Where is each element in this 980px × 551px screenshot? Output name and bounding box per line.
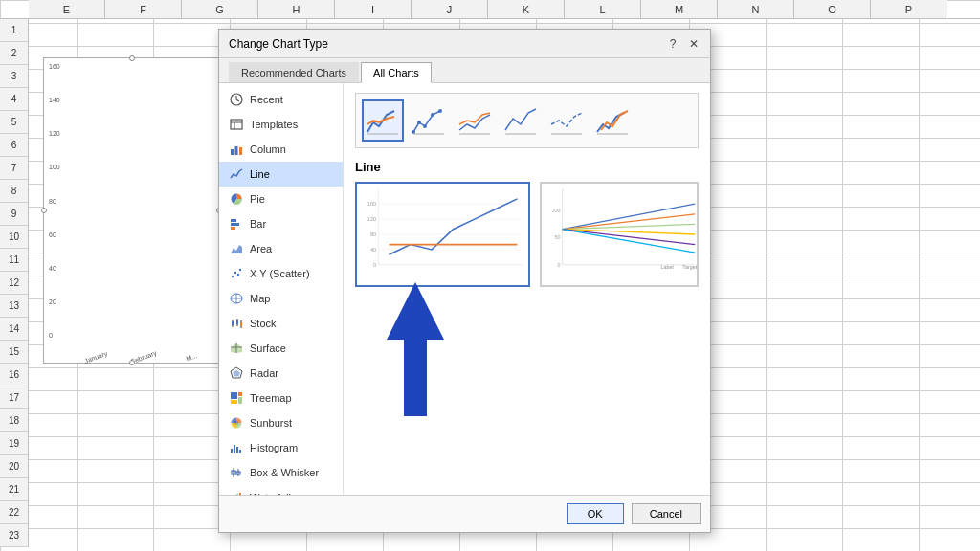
- svg-text:Label: Label: [660, 264, 673, 270]
- chart-type-item-area[interactable]: Area: [219, 236, 343, 261]
- subtype-line-markers-btn[interactable]: [408, 99, 450, 142]
- radar-icon: [229, 365, 244, 381]
- treemap-icon: [229, 390, 244, 406]
- svg-point-57: [423, 124, 427, 128]
- chart-type-item-radar[interactable]: Radar: [219, 361, 343, 386]
- scatter-icon: [229, 266, 244, 281]
- line-icon: [229, 166, 244, 182]
- subtype-line-100-btn[interactable]: [546, 99, 588, 142]
- preview-chart-title: Line: [355, 160, 699, 174]
- svg-rect-46: [236, 494, 238, 495]
- chart-type-item-bar[interactable]: Bar: [219, 211, 343, 236]
- svg-rect-38: [236, 447, 238, 453]
- svg-rect-11: [231, 227, 235, 230]
- recent-icon: [229, 92, 244, 107]
- svg-rect-6: [235, 146, 238, 155]
- svg-rect-21: [232, 321, 234, 325]
- area-icon: [229, 241, 244, 256]
- ok-button[interactable]: OK: [567, 503, 624, 524]
- svg-rect-5: [231, 149, 234, 155]
- change-chart-type-dialog: Change Chart Type ? ✕ Recommended Charts…: [218, 29, 711, 533]
- svg-text:40: 40: [370, 247, 376, 253]
- svg-rect-36: [231, 449, 233, 453]
- chart-type-list: Recent Templates Column: [219, 83, 344, 495]
- svg-rect-47: [239, 493, 241, 495]
- svg-rect-34: [231, 400, 237, 404]
- svg-text:120: 120: [368, 216, 376, 222]
- svg-rect-2: [231, 120, 242, 129]
- svg-point-58: [431, 113, 434, 117]
- svg-rect-31: [231, 392, 237, 399]
- chart-subtypes-row: [355, 93, 699, 148]
- histogram-icon: [229, 440, 244, 455]
- pie-icon: [229, 191, 244, 207]
- box-whisker-icon: [229, 465, 244, 480]
- chart-type-item-pie[interactable]: Pie: [219, 187, 343, 211]
- svg-rect-10: [231, 223, 239, 226]
- chart-type-item-stock[interactable]: Stock: [219, 311, 343, 336]
- svg-text:100: 100: [551, 208, 560, 213]
- help-button[interactable]: ?: [666, 37, 679, 51]
- close-button[interactable]: ✕: [687, 37, 701, 51]
- chart-type-item-column[interactable]: Column: [219, 137, 343, 162]
- svg-point-16: [239, 269, 241, 271]
- bar-icon: [229, 216, 244, 231]
- svg-rect-7: [239, 147, 242, 155]
- preview-chart-secondary: 0 50 100: [540, 182, 699, 287]
- svg-text:0: 0: [557, 262, 560, 268]
- tab-all-charts[interactable]: All Charts: [361, 62, 432, 83]
- dialog-title: Change Chart Type: [229, 37, 328, 51]
- svg-text:Target: Target: [682, 264, 697, 270]
- chart-type-item-surface[interactable]: Surface: [219, 336, 343, 361]
- subtype-line-btn[interactable]: [362, 99, 404, 142]
- svg-point-56: [417, 121, 421, 124]
- dialog-footer: OK Cancel: [219, 495, 710, 532]
- chart-type-item-recent[interactable]: Recent: [219, 87, 343, 112]
- chart-type-item-templates[interactable]: Templates: [219, 112, 343, 137]
- waterfall-icon: [229, 490, 244, 495]
- stock-icon: [229, 316, 244, 331]
- svg-rect-37: [234, 445, 235, 453]
- dialog-tabs: Recommended Charts All Charts: [219, 58, 710, 83]
- tab-recommended-charts[interactable]: Recommended Charts: [229, 62, 359, 82]
- svg-marker-0: [387, 282, 444, 416]
- preview-charts: 0 40 80 120 160: [355, 182, 699, 287]
- surface-icon: [229, 341, 244, 356]
- chart-type-item-sunburst[interactable]: Sunburst: [219, 410, 343, 435]
- subtype-line-stacked-btn[interactable]: [454, 99, 496, 142]
- chart-type-item-histogram[interactable]: Histogram: [219, 435, 343, 460]
- preview-chart-main: 0 40 80 120 160: [355, 182, 530, 287]
- svg-rect-32: [238, 392, 242, 396]
- cancel-button[interactable]: Cancel: [632, 503, 701, 524]
- templates-icon: [229, 117, 244, 132]
- dialog-titlebar: Change Chart Type ? ✕: [219, 30, 710, 58]
- dialog-overlay: Change Chart Type ? ✕ Recommended Charts…: [0, 0, 980, 551]
- svg-text:80: 80: [370, 231, 376, 237]
- chart-type-item-waterfall[interactable]: Waterfall: [219, 485, 343, 495]
- svg-rect-9: [231, 219, 236, 222]
- chart-type-item-line[interactable]: Line: [219, 162, 343, 187]
- svg-point-14: [234, 272, 236, 274]
- subtype-line-stacked-markers-btn[interactable]: [500, 99, 542, 142]
- svg-rect-25: [240, 322, 242, 326]
- chart-type-item-map[interactable]: Map: [219, 286, 343, 311]
- svg-rect-33: [238, 397, 242, 404]
- chart-type-item-treemap[interactable]: Treemap: [219, 386, 343, 410]
- svg-rect-23: [236, 320, 238, 324]
- svg-marker-30: [233, 370, 240, 377]
- sunburst-icon: [229, 415, 244, 430]
- subtype-line-3d-btn[interactable]: [591, 99, 634, 142]
- svg-text:0: 0: [373, 262, 376, 268]
- svg-marker-12: [231, 245, 242, 253]
- chart-type-item-box-whisker[interactable]: Box & Whisker: [219, 460, 343, 485]
- blue-arrow: [387, 282, 463, 419]
- svg-point-13: [232, 276, 234, 277]
- chart-type-item-scatter[interactable]: X Y (Scatter): [219, 261, 343, 286]
- map-icon: [229, 291, 244, 306]
- column-icon: [229, 142, 244, 157]
- svg-rect-39: [239, 450, 241, 453]
- svg-text:50: 50: [554, 234, 560, 240]
- dialog-body: Recent Templates Column: [219, 83, 710, 495]
- svg-point-55: [412, 130, 415, 134]
- svg-point-59: [438, 109, 442, 113]
